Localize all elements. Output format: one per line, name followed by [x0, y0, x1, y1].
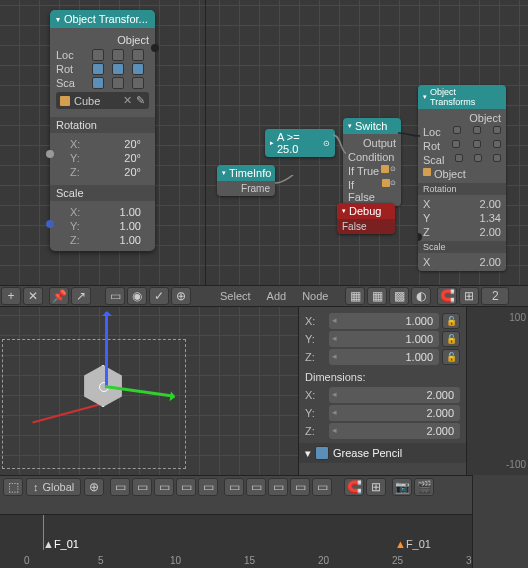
- layer-btn[interactable]: ▭: [312, 478, 332, 496]
- socket-sca-in[interactable]: [46, 220, 54, 228]
- node-compare[interactable]: ▸A >= 25.0⊙: [265, 129, 335, 157]
- tool-icon[interactable]: ✓: [149, 287, 169, 305]
- tool-icon[interactable]: ▭: [105, 287, 125, 305]
- marker[interactable]: ▲F_01: [43, 538, 79, 550]
- layer-btn[interactable]: ▭: [132, 478, 152, 496]
- collapse-icon[interactable]: ▾: [305, 447, 311, 460]
- gizmo-z-axis[interactable]: [105, 312, 108, 387]
- timeline[interactable]: ▲F_01 ▲F_01 0 5 10 15 20 25 30: [0, 497, 472, 568]
- rot-x-value[interactable]: 20°: [124, 138, 149, 150]
- sca-z-checkbox[interactable]: [493, 154, 501, 162]
- sca-z-checkbox[interactable]: [132, 77, 144, 89]
- sca-x-checkbox[interactable]: [455, 154, 463, 162]
- node-header[interactable]: ▾Object Transforms: [418, 85, 506, 109]
- collapse-icon[interactable]: ▸: [270, 139, 274, 147]
- timeline-ruler[interactable]: 0 5 10 15 20 25 30: [0, 550, 472, 568]
- node-timeinfo[interactable]: ▾TimeInfo Frame: [217, 165, 275, 196]
- timeline-track[interactable]: ▲F_01 ▲F_01: [0, 515, 472, 550]
- socket-rot-in[interactable]: [46, 150, 54, 158]
- sca-x-checkbox[interactable]: [92, 77, 104, 89]
- options-icon[interactable]: ⊙: [323, 139, 330, 148]
- options-icon[interactable]: ⊙: [390, 179, 396, 203]
- rot-z-value[interactable]: 2.00: [480, 226, 501, 238]
- orientation-select[interactable]: ↕Global: [26, 478, 81, 496]
- eyedropper-icon[interactable]: ✎: [136, 94, 145, 107]
- tool-icon[interactable]: ◉: [127, 287, 147, 305]
- sca-x-value[interactable]: 2.00: [480, 256, 501, 268]
- loc-x-checkbox[interactable]: [453, 126, 461, 134]
- sca-x-value[interactable]: 1.00: [120, 206, 149, 218]
- loc-y-checkbox[interactable]: [112, 49, 124, 61]
- rot-x-checkbox[interactable]: [92, 63, 104, 75]
- manipulator-icon[interactable]: ⊕: [84, 478, 104, 496]
- node-header[interactable]: ▾ Object Transfor...: [50, 10, 155, 28]
- rot-y-value[interactable]: 20°: [124, 152, 149, 164]
- tool-icon[interactable]: ◐: [411, 287, 431, 305]
- snap-value[interactable]: 2: [481, 287, 509, 305]
- rot-y-checkbox[interactable]: [112, 63, 124, 75]
- loc-y-checkbox[interactable]: [473, 126, 481, 134]
- lock-icon[interactable]: 🔓: [442, 331, 460, 347]
- scale-x-field[interactable]: 1.000: [329, 313, 439, 329]
- rot-x-value[interactable]: 2.00: [480, 198, 501, 210]
- dim-y-field[interactable]: 2.000: [329, 405, 460, 421]
- close-icon[interactable]: ✕: [23, 287, 43, 305]
- snap-icon[interactable]: 🧲: [344, 478, 364, 496]
- dim-z-field[interactable]: 2.000: [329, 423, 460, 439]
- lock-icon[interactable]: 🔓: [442, 349, 460, 365]
- layer-btn[interactable]: ▭: [110, 478, 130, 496]
- node-header[interactable]: ▾Switch: [343, 118, 401, 134]
- collapse-icon[interactable]: ▾: [348, 122, 352, 130]
- node-switch[interactable]: ▾Switch Output Condition If True⊙ If Fal…: [343, 118, 401, 206]
- tool-icon[interactable]: ▩: [389, 287, 409, 305]
- sca-y-checkbox[interactable]: [474, 154, 482, 162]
- node-header[interactable]: ▾TimeInfo: [217, 165, 275, 181]
- loc-z-checkbox[interactable]: [493, 126, 501, 134]
- collapse-icon[interactable]: ▾: [56, 15, 60, 24]
- snap-type-icon[interactable]: ⊞: [366, 478, 386, 496]
- layer-btn[interactable]: ▭: [268, 478, 288, 496]
- tool-icon[interactable]: ⊕: [171, 287, 191, 305]
- scale-z-field[interactable]: 1.000: [329, 349, 439, 365]
- arrow-icon[interactable]: ↗: [71, 287, 91, 305]
- sca-z-value[interactable]: 1.00: [120, 234, 149, 246]
- rot-y-checkbox[interactable]: [473, 140, 481, 148]
- add-icon[interactable]: +: [1, 287, 21, 305]
- layer-btn[interactable]: ▭: [198, 478, 218, 496]
- collapse-icon[interactable]: ▾: [342, 207, 346, 215]
- render-anim-icon[interactable]: 🎬: [414, 478, 434, 496]
- sca-y-checkbox[interactable]: [112, 77, 124, 89]
- rot-x-checkbox[interactable]: [452, 140, 460, 148]
- rot-z-value[interactable]: 20°: [124, 166, 149, 178]
- lock-icon[interactable]: 🔓: [442, 313, 460, 329]
- node-object-transform[interactable]: ▾ Object Transfor... Object Loc Rot Sca: [50, 10, 155, 251]
- layer-btn[interactable]: ▭: [154, 478, 174, 496]
- socket-object-out[interactable]: [151, 44, 159, 52]
- render-icon[interactable]: 📷: [392, 478, 412, 496]
- add-menu[interactable]: Add: [259, 290, 295, 302]
- sca-y-value[interactable]: 1.00: [120, 220, 149, 232]
- vertical-scroll[interactable]: 100 -100: [466, 307, 528, 475]
- layer-btn[interactable]: ▭: [224, 478, 244, 496]
- snap-icon[interactable]: 🧲: [437, 287, 457, 305]
- node-header[interactable]: ▾Debug: [337, 203, 395, 219]
- dim-x-field[interactable]: 2.000: [329, 387, 460, 403]
- clear-icon[interactable]: ✕: [123, 94, 132, 107]
- scale-y-field[interactable]: 1.000: [329, 331, 439, 347]
- node-header[interactable]: ▸A >= 25.0⊙: [265, 129, 335, 157]
- layer-btn[interactable]: ▭: [176, 478, 196, 496]
- node-object-transforms-2[interactable]: ▾Object Transforms Object Loc Rot Scal O…: [418, 85, 506, 271]
- viewport-3d[interactable]: [0, 307, 298, 475]
- layer-btn[interactable]: ▭: [246, 478, 266, 496]
- select-menu[interactable]: Select: [212, 290, 259, 302]
- gp-enable-checkbox[interactable]: [315, 446, 329, 460]
- options-icon[interactable]: ⊙: [390, 165, 396, 177]
- node-debug[interactable]: ▾Debug False: [337, 203, 395, 234]
- loc-x-checkbox[interactable]: [92, 49, 104, 61]
- grease-pencil-panel[interactable]: ▾ Grease Pencil: [299, 443, 466, 463]
- collapse-icon[interactable]: ▾: [222, 169, 226, 177]
- node-menu[interactable]: Node: [294, 290, 336, 302]
- layer-btn[interactable]: ▭: [290, 478, 310, 496]
- collapse-icon[interactable]: ▾: [423, 93, 427, 101]
- rot-y-value[interactable]: 1.34: [480, 212, 501, 224]
